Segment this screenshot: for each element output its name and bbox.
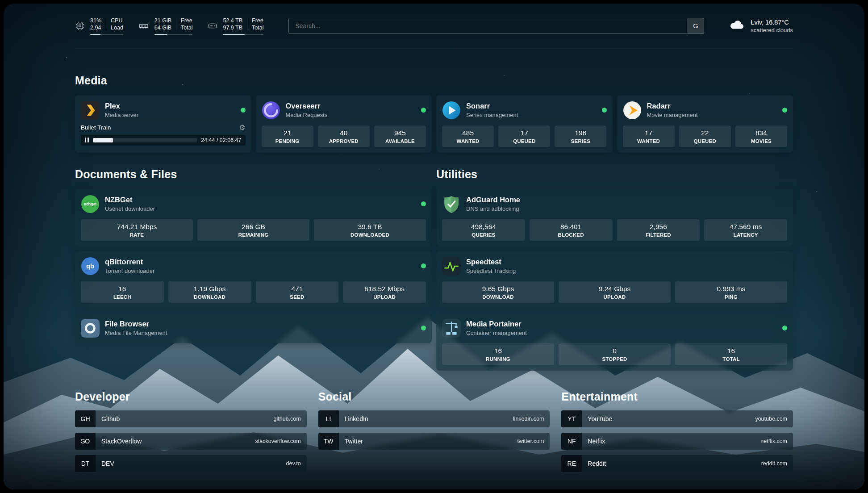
app-subtitle: DNS and adblocking (466, 205, 520, 212)
app-card-speedtest[interactable]: Speedtest Speedtest Tracking 9.65 GbpsDO… (436, 251, 793, 309)
app-subtitle: Container management (466, 330, 527, 336)
overseerr-icon (262, 101, 280, 120)
app-card-sonarr[interactable]: Sonarr Series management 485WANTED 17QUE… (436, 95, 613, 153)
bookmark-twitter[interactable]: TW Twitter twitter.com (318, 433, 550, 450)
youtube-abbr-icon: YT (561, 410, 582, 427)
bookmark-url: stackoverflow.com (255, 438, 301, 444)
cpu-label: CPU (111, 17, 123, 24)
linkedin-abbr-icon: LI (318, 410, 339, 427)
bookmark-name: StackOverflow (101, 438, 142, 445)
app-subtitle: Series management (466, 112, 518, 118)
bookmark-url: reddit.com (761, 460, 787, 467)
bookmark-youtube[interactable]: YT YouTube youtube.com (561, 410, 793, 427)
storage-free: 52.4 TB (223, 17, 242, 24)
cpu-load-value: 2.94 (90, 24, 101, 31)
bookmark-name: YouTube (588, 415, 612, 422)
stat-ping: 0.993 msPING (675, 281, 787, 303)
search-engine-button[interactable]: G (687, 18, 704, 33)
bookmark-group-developer: Developer GH Github github.com SO StackO… (75, 390, 307, 472)
stat-remaining: 266 GBREMAINING (197, 219, 309, 241)
app-name: File Browser (105, 320, 167, 328)
status-online-dot (421, 108, 426, 113)
stat-wanted: 17WANTED (623, 125, 675, 147)
app-subtitle: Media Requests (286, 112, 328, 118)
memory-progress-bar (154, 34, 193, 35)
cpu-percent: 31% (90, 17, 101, 24)
status-online-dot (421, 201, 426, 206)
cloud-icon (729, 19, 745, 33)
app-name: Overseerr (286, 102, 328, 110)
nzbget-icon: nzbget (81, 195, 100, 213)
system-stats: 31%2.94 CPULoad (75, 17, 263, 35)
status-online-dot (241, 108, 246, 113)
now-playing-title: Bullet Train (81, 124, 111, 131)
storage-widget: 52.4 TB97.9 TB FreeTotal (208, 17, 263, 35)
stat-upload: 9.24 GbpsUPLOAD (559, 281, 671, 303)
bookmark-dev[interactable]: DT DEV dev.to (75, 455, 307, 472)
divider (176, 18, 176, 30)
app-card-portainer[interactable]: Media Portainer Container management 16R… (436, 313, 793, 371)
bookmark-url: youtube.com (755, 416, 787, 422)
storage-free-label: Free (252, 17, 263, 24)
weather-widget[interactable]: Lviv, 16.87°C scattered clouds (729, 19, 793, 33)
app-name: qBittorrent (105, 258, 154, 266)
stat-available: 945AVAILABLE (374, 125, 426, 147)
search-input[interactable] (288, 18, 704, 34)
stat-rate: 744.21 MbpsRATE (81, 219, 193, 241)
status-online-dot (782, 326, 787, 330)
section-title-social: Social (318, 390, 550, 403)
app-card-radarr[interactable]: Radarr Movie management 17WANTED 22QUEUE… (617, 95, 793, 153)
stat-approved: 40APPROVED (318, 125, 370, 147)
weather-location: Lviv, 16.87°C (751, 19, 793, 26)
radarr-icon (623, 101, 642, 120)
app-card-adguard[interactable]: AdGuard Home DNS and adblocking 498,564Q… (436, 189, 793, 246)
storage-progress-bar (223, 34, 263, 35)
bookmark-name: LinkedIn (345, 415, 368, 422)
search-bar: G (288, 18, 704, 34)
svg-text:nzbget: nzbget (84, 202, 97, 206)
playback-progress: 24:44 / 02:06:47 (81, 135, 246, 146)
app-card-overseerr[interactable]: Overseerr Media Requests 21PENDING 40APP… (256, 95, 432, 153)
memory-free: 21 GiB (154, 17, 171, 24)
bookmark-url: twitter.com (517, 438, 544, 444)
playback-time: 24:44 / 02:06:47 (201, 137, 241, 143)
stat-running: 16RUNNING (442, 343, 554, 365)
pause-icon[interactable] (85, 138, 89, 142)
app-card-filebrowser[interactable]: File Browser Media File Management (75, 313, 432, 343)
qbittorrent-icon: qb (81, 257, 100, 276)
bookmark-url: linkedin.com (513, 416, 544, 422)
dashboard-screen: 31%2.94 CPULoad (4, 4, 864, 489)
app-name: Media Portainer (466, 320, 527, 328)
stat-queued: 17QUEUED (498, 125, 550, 147)
divider (247, 18, 247, 30)
sonarr-icon (442, 101, 461, 120)
stat-total: 16TOTAL (675, 343, 787, 365)
app-card-plex[interactable]: Plex Media server Bullet Train ⚙ 24:44 /… (75, 95, 251, 153)
bookmark-reddit[interactable]: RE Reddit reddit.com (561, 455, 793, 472)
app-name: Sonarr (466, 102, 518, 110)
section-title-developer: Developer (75, 390, 307, 403)
bookmark-linkedin[interactable]: LI LinkedIn linkedin.com (318, 410, 550, 427)
bookmark-name: Reddit (588, 460, 605, 467)
bookmark-netflix[interactable]: NF Netflix netflix.com (561, 433, 793, 450)
cpu-widget: 31%2.94 CPULoad (75, 17, 123, 35)
svg-text:qb: qb (86, 263, 94, 270)
memory-free-label: Free (181, 17, 192, 24)
memory-total-label: Total (181, 24, 192, 31)
stat-leech: 16LEECH (81, 281, 164, 303)
stat-latency: 47.569 msLATENCY (704, 219, 787, 241)
bookmark-github[interactable]: GH Github github.com (75, 410, 307, 427)
progress-track[interactable] (93, 138, 197, 142)
bookmark-name: Netflix (588, 438, 605, 445)
plex-icon (81, 101, 100, 120)
app-card-qbittorrent[interactable]: qb qBittorrent Torrent downloader 16LEEC… (75, 251, 432, 309)
app-card-nzbget[interactable]: nzbget NZBGet Usenet downloader 744.21 M… (75, 189, 432, 246)
stat-stopped: 0STOPPED (559, 343, 671, 365)
storage-total-label: Total (252, 24, 263, 31)
bookmark-stackoverflow[interactable]: SO StackOverflow stackoverflow.com (75, 433, 307, 450)
cpu-load-label: Load (111, 24, 123, 31)
settings-gear-icon[interactable]: ⚙ (239, 124, 245, 131)
section-title-utilities: Utilities (436, 168, 793, 181)
stat-movies: 834MOVIES (735, 125, 787, 147)
cpu-chip-icon (75, 21, 85, 31)
